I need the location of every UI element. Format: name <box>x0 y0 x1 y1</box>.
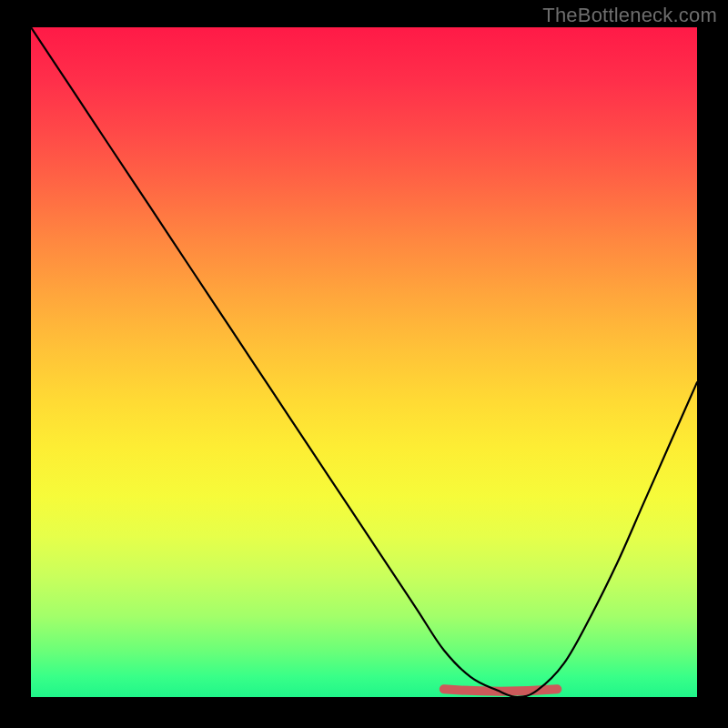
plot-area <box>31 27 697 697</box>
chart-svg <box>31 27 697 697</box>
watermark-text: TheBottleneck.com <box>542 4 717 27</box>
bottleneck-curve <box>31 27 697 697</box>
chart-frame: TheBottleneck.com <box>0 0 728 728</box>
